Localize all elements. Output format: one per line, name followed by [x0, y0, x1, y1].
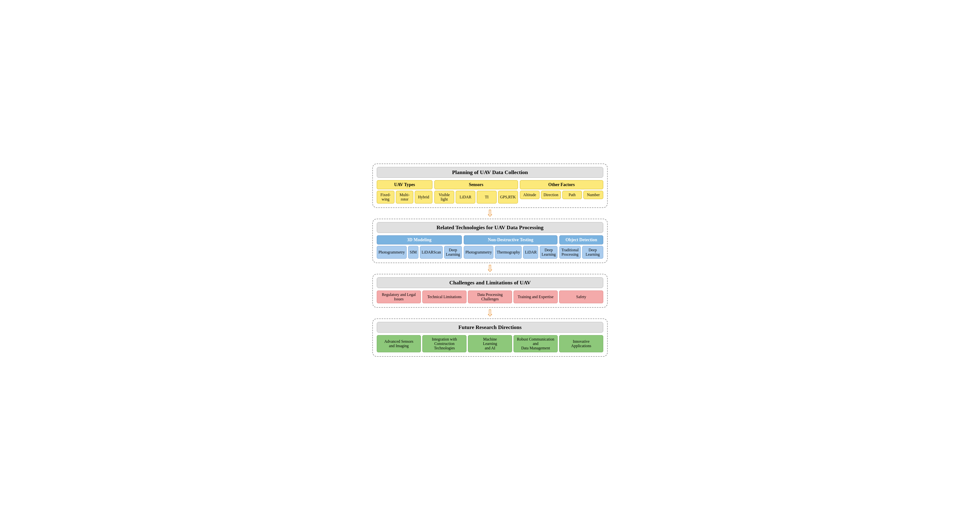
item-path: Path — [562, 191, 582, 199]
section-future: Future Research Directions Advanced Sens… — [372, 318, 608, 357]
item-technical-limitations: Technical Limitations — [422, 291, 466, 303]
group-header-3d-modeling: 3D Modeling — [377, 235, 462, 245]
item-altitude: Altitude — [520, 191, 540, 199]
item-fixed-wing: Fixed-wing — [377, 191, 395, 204]
object-detection-items: Traditional Processing Deep Learning — [559, 246, 603, 259]
item-deep-learning-od: Deep Learning — [582, 246, 603, 259]
item-lidar: LiDAR — [456, 191, 476, 204]
group-3d-modeling: 3D Modeling Photogrammetry SfM LiDARScan… — [377, 235, 462, 259]
group-header-ndt: Non-Destructive Testing — [464, 235, 557, 245]
item-machine-learning: Machine Learning and AI — [468, 335, 512, 352]
item-photogrammetry-ndt: Photogrammetry — [464, 246, 494, 259]
item-lidarscan: LiDARScan — [420, 246, 443, 259]
item-ti: TI — [477, 191, 496, 204]
item-training-expertise: Training and Expertise — [514, 291, 558, 303]
section-technologies: Related Technologies for UAV Data Proces… — [372, 219, 608, 263]
uav-types-items: Fixed-wing Multi-rotor Hybrid — [377, 191, 433, 204]
group-header-other-factors: Other Factors — [520, 180, 603, 189]
group-header-object-detection: Object Detection — [559, 235, 603, 245]
item-lidar-ndt: LiDAR — [523, 246, 538, 259]
future-items: Advanced Sensors and Imaging Integration… — [377, 335, 603, 352]
section-planning: Planning of UAV Data Collection UAV Type… — [372, 164, 608, 208]
3d-modeling-items: Photogrammetry SfM LiDARScan Deep Learni… — [377, 246, 462, 259]
item-deep-learning-ndt: Deep Learning — [540, 246, 557, 259]
arrow-3: ⇩ — [486, 308, 494, 318]
ndt-items: Photogrammetry Thermography LiDAR Deep L… — [464, 246, 557, 259]
item-direction: Direction — [541, 191, 561, 199]
item-robust-communication: Robust Communication and Data Management — [514, 335, 558, 352]
sensors-items: Visible light LiDAR TI GPS,RTK — [434, 191, 518, 204]
challenges-items: Regulatory and Legal Issues Technical Li… — [377, 291, 603, 303]
item-advanced-sensors: Advanced Sensors and Imaging — [377, 335, 421, 352]
item-number: Number — [583, 191, 603, 199]
planning-groups: UAV Types Fixed-wing Multi-rotor Hybrid … — [377, 180, 603, 204]
item-data-processing: Data Processing Challenges — [468, 291, 512, 303]
section-technologies-title: Related Technologies for UAV Data Proces… — [377, 222, 603, 233]
item-traditional-processing: Traditional Processing — [559, 246, 581, 259]
item-gps-rtk: GPS,RTK — [498, 191, 518, 204]
item-photogrammetry-3d: Photogrammetry — [377, 246, 407, 259]
group-header-uav-types: UAV Types — [377, 180, 433, 189]
group-ndt: Non-Destructive Testing Photogrammetry T… — [464, 235, 557, 259]
group-header-sensors: Sensors — [434, 180, 518, 189]
arrow-1: ⇩ — [486, 208, 494, 219]
section-future-title: Future Research Directions — [377, 322, 603, 333]
item-safety: Safety — [559, 291, 603, 303]
item-innovative-applications: Innovative Applications — [559, 335, 603, 352]
group-sensors: Sensors Visible light LiDAR TI GPS,RTK — [434, 180, 518, 204]
item-multi-rotor: Multi-rotor — [396, 191, 414, 204]
section-planning-title: Planning of UAV Data Collection — [377, 167, 603, 178]
section-challenges: Challenges and Limitations of UAV Regula… — [372, 274, 608, 308]
item-deep-learning-3d: Deep Learning — [444, 246, 462, 259]
item-regulatory: Regulatory and Legal Issues — [377, 291, 421, 303]
main-diagram: Planning of UAV Data Collection UAV Type… — [372, 164, 608, 357]
arrow-2: ⇩ — [486, 263, 494, 274]
group-other-factors: Other Factors Altitude Direction Path Nu… — [520, 180, 603, 204]
item-sfm: SfM — [408, 246, 418, 259]
section-challenges-title: Challenges and Limitations of UAV — [377, 277, 603, 288]
group-object-detection: Object Detection Traditional Processing … — [559, 235, 603, 259]
item-visible-light: Visible light — [434, 191, 454, 204]
group-uav-types: UAV Types Fixed-wing Multi-rotor Hybrid — [377, 180, 433, 204]
technologies-groups: 3D Modeling Photogrammetry SfM LiDARScan… — [377, 235, 603, 259]
item-integration-construction: Integration with Construction Technologi… — [422, 335, 466, 352]
item-hybrid: Hybrid — [415, 191, 433, 204]
other-factors-items: Altitude Direction Path Number — [520, 191, 603, 199]
item-thermography: Thermography — [495, 246, 522, 259]
